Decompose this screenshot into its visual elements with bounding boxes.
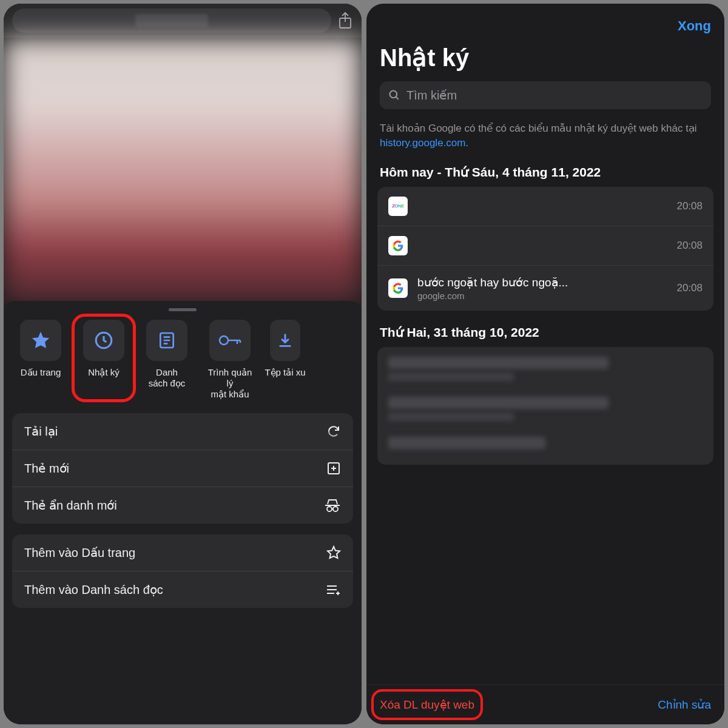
tile-label: Nhật ký	[88, 367, 120, 378]
svg-point-6	[333, 507, 338, 511]
star-outline-icon	[326, 545, 341, 560]
add-to-list-icon	[325, 583, 341, 596]
share-icon[interactable]	[337, 12, 353, 29]
favicon-zone	[388, 197, 408, 216]
reload-icon	[326, 424, 341, 439]
tile-label: Danh sách đọc	[149, 367, 186, 389]
history-card-blurred	[377, 347, 713, 465]
page-title: Nhật ký	[366, 39, 724, 81]
incognito-icon	[324, 498, 341, 513]
svg-point-3	[220, 336, 228, 345]
row-time: 20:08	[676, 240, 703, 252]
row-time: 20:08	[676, 200, 703, 212]
menu-add-bookmark[interactable]: Thêm vào Dấu trang	[12, 534, 353, 571]
row-title: bước ngoặt hay bước ngoặ...	[417, 275, 667, 289]
address-field[interactable]	[12, 8, 331, 33]
menu-new-tab[interactable]: Thẻ mới	[12, 450, 353, 487]
tile-bookmarks[interactable]: Dấu trang	[15, 320, 67, 400]
highlight-ring	[371, 689, 483, 720]
menu-label: Thẻ ẩn danh mới	[24, 498, 117, 513]
history-row-blurred[interactable]	[388, 397, 703, 432]
search-icon	[388, 89, 400, 101]
menu-reload[interactable]: Tải lại	[12, 413, 353, 450]
history-row[interactable]: bước ngoặt hay bước ngoặ... google.com 2…	[377, 266, 713, 311]
section-header-monday: Thứ Hai, 31 tháng 10, 2022	[366, 325, 724, 347]
tile-label: Tệp tải xu	[265, 367, 305, 378]
search-placeholder: Tìm kiếm	[406, 88, 457, 103]
menu-label: Thêm vào Danh sách đọc	[24, 582, 163, 597]
info-text: Tài khoản Google có thể có các biểu mẫu …	[366, 121, 724, 165]
tile-label: Trình quản lý mật khẩu	[204, 367, 256, 400]
history-row[interactable]: 20:08	[377, 226, 713, 266]
tile-password-manager[interactable]: Trình quản lý mật khẩu	[204, 320, 256, 400]
tile-reading-list[interactable]: Danh sách đọc	[141, 320, 193, 400]
menu-group-2: Thêm vào Dấu trang Thêm vào Danh sách đọ…	[12, 534, 353, 608]
new-tab-icon	[326, 461, 341, 476]
history-card-today: 20:08 20:08 bước ngoặt hay bước ngoặ... …	[377, 187, 713, 311]
menu-label: Thẻ mới	[24, 461, 69, 476]
menu-label: Tải lại	[24, 424, 58, 439]
page-content-blur	[4, 38, 362, 305]
search-input[interactable]: Tìm kiếm	[380, 81, 711, 109]
menu-add-reading-list[interactable]: Thêm vào Danh sách đọc	[12, 571, 353, 608]
edit-button[interactable]: Chỉnh sửa	[658, 698, 711, 712]
section-header-today: Hôm nay - Thứ Sáu, 4 tháng 11, 2022	[366, 165, 724, 187]
history-row[interactable]: 20:08	[377, 187, 713, 226]
header: Xong	[366, 4, 724, 39]
phone-right: Xong Nhật ký Tìm kiếm Tài khoản Google c…	[366, 4, 724, 724]
menu-group-1: Tải lại Thẻ mới Thẻ ẩn danh mới	[12, 413, 353, 524]
menu-label: Thêm vào Dấu trang	[24, 545, 135, 560]
bottom-sheet: Dấu trang Nhật ký Danh sách đọc Trình qu…	[4, 301, 362, 724]
action-tiles-row: Dấu trang Nhật ký Danh sách đọc Trình qu…	[12, 320, 353, 400]
history-row-blurred[interactable]	[388, 437, 703, 455]
clear-browsing-data-button[interactable]: Xóa DL duyệt web	[380, 698, 474, 712]
row-subtitle: google.com	[417, 291, 667, 301]
svg-point-5	[327, 507, 332, 511]
tile-downloads[interactable]: Tệp tải xu	[267, 320, 303, 400]
bottom-toolbar: Xóa DL duyệt web Chỉnh sửa	[366, 684, 724, 724]
phone-left: Dấu trang Nhật ký Danh sách đọc Trình qu…	[4, 4, 362, 724]
history-link[interactable]: history.google.com	[380, 137, 465, 149]
row-time: 20:08	[676, 282, 703, 294]
menu-incognito-tab[interactable]: Thẻ ẩn danh mới	[12, 487, 353, 524]
tile-label: Dấu trang	[21, 367, 61, 378]
favicon-google	[388, 278, 408, 298]
history-row-blurred[interactable]	[388, 357, 703, 392]
sheet-grabber[interactable]	[169, 308, 197, 311]
favicon-google	[388, 236, 408, 255]
url-bar	[4, 4, 362, 38]
done-button[interactable]: Xong	[678, 18, 711, 34]
svg-point-7	[390, 91, 397, 98]
tile-history[interactable]: Nhật ký	[78, 320, 130, 400]
